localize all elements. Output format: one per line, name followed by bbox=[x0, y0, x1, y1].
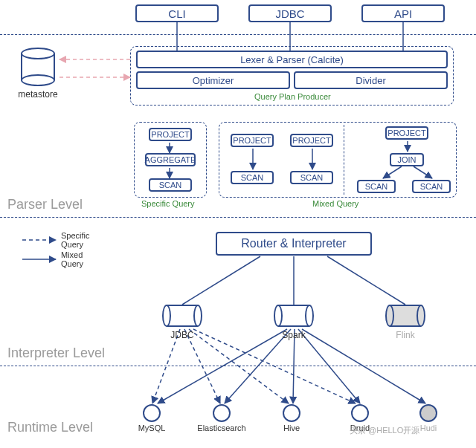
optimizer-box: Optimizer bbox=[136, 71, 290, 89]
svg-line-16 bbox=[327, 256, 405, 305]
svg-line-22 bbox=[225, 329, 291, 403]
runtime-hive: Hive bbox=[283, 404, 300, 422]
specific-query-label: Specific Query bbox=[141, 199, 195, 208]
specific-project: PROJECT bbox=[149, 128, 192, 141]
svg-line-25 bbox=[302, 329, 425, 403]
separator-interpreter bbox=[0, 366, 476, 366]
interpreter-level-label: Interpreter Level bbox=[7, 345, 105, 361]
engine-flink-label: Flink bbox=[396, 330, 414, 340]
parser-level-label: Parser Level bbox=[7, 197, 83, 212]
svg-line-14 bbox=[182, 256, 260, 305]
metastore-cylinder: metastore bbox=[21, 48, 55, 86]
svg-line-21 bbox=[158, 329, 287, 403]
runtime-hudi: Hudi bbox=[419, 404, 437, 422]
runtime-elasticsearch: Elasticsearch bbox=[213, 404, 231, 422]
interface-api: API bbox=[361, 4, 445, 22]
svg-line-17 bbox=[152, 329, 180, 403]
runtime-hive-label: Hive bbox=[283, 423, 300, 432]
svg-line-20 bbox=[193, 329, 356, 403]
mixed-a-project: PROJECT bbox=[231, 134, 274, 147]
legend-mixed: Mixed Query bbox=[61, 250, 98, 268]
mixed-query-label: Mixed Query bbox=[312, 199, 358, 208]
mixed-c-scan-l: SCAN bbox=[357, 180, 396, 193]
router-box: Router & Interpreter bbox=[216, 232, 372, 256]
svg-line-24 bbox=[298, 329, 360, 403]
runtime-level-label: Runtime Level bbox=[7, 420, 93, 435]
interface-cli: CLI bbox=[135, 4, 219, 22]
runtime-mysql: MySQL bbox=[143, 404, 161, 422]
engine-jdbc: JDBC bbox=[162, 305, 202, 327]
separator-top bbox=[0, 34, 476, 35]
engine-jdbc-label: JDBC bbox=[170, 330, 193, 340]
mixed-b-project: PROJECT bbox=[290, 134, 333, 147]
metastore-label: metastore bbox=[18, 89, 57, 100]
watermark: 头条 @HELLO开源 bbox=[350, 425, 419, 436]
producer-label: Query Plan Producer bbox=[254, 92, 331, 101]
diagram-stage: CLI JDBC API metastore Lexer & Parser (C… bbox=[0, 0, 476, 448]
engine-flink: Flink bbox=[385, 305, 425, 327]
runtime-elasticsearch-label: Elasticsearch bbox=[197, 423, 245, 432]
runtime-hudi-label: Hudi bbox=[420, 423, 437, 432]
runtime-mysql-label: MySQL bbox=[138, 423, 166, 432]
specific-scan: SCAN bbox=[149, 178, 192, 192]
mixed-inner-sep bbox=[344, 125, 344, 195]
mixed-c-project: PROJECT bbox=[385, 126, 428, 140]
svg-line-19 bbox=[189, 329, 289, 403]
svg-line-18 bbox=[184, 329, 220, 403]
engine-spark-label: Spark bbox=[282, 330, 305, 340]
legend-specific: Specific Query bbox=[61, 231, 98, 249]
mixed-a-scan: SCAN bbox=[231, 171, 274, 184]
lexer-parser-box: Lexer & Parser (Calcite) bbox=[136, 51, 448, 68]
engine-spark: Spark bbox=[274, 305, 314, 327]
mixed-c-scan-r: SCAN bbox=[412, 180, 451, 193]
separator-parser bbox=[0, 217, 476, 218]
runtime-druid: Druid bbox=[351, 404, 369, 422]
mixed-b-scan: SCAN bbox=[290, 171, 333, 184]
specific-aggregate: AGGREGATE bbox=[145, 153, 196, 166]
mixed-c-join: JOIN bbox=[390, 153, 424, 166]
svg-line-23 bbox=[293, 329, 295, 403]
interface-jdbc: JDBC bbox=[248, 4, 332, 22]
divider-box: Divider bbox=[294, 71, 448, 89]
